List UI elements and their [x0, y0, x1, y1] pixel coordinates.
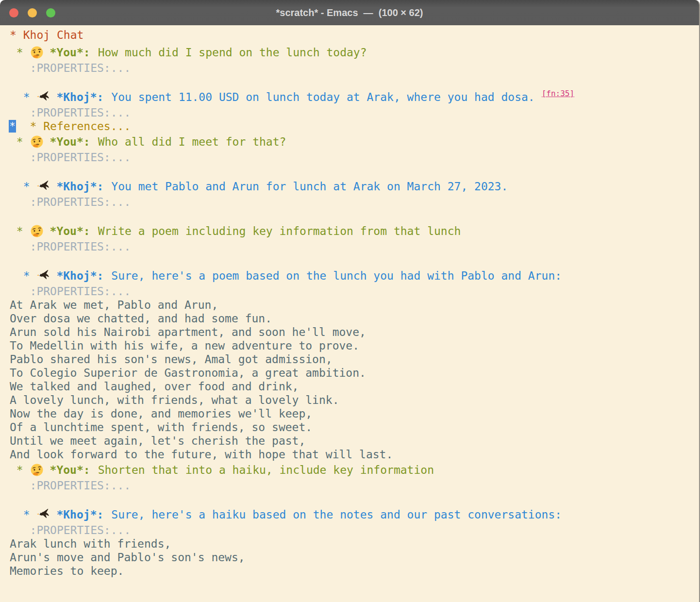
properties-drawer[interactable]: :PROPERTIES:...: [10, 240, 699, 253]
thinking-face-icon: [30, 463, 44, 477]
khoj-label: *Khoj*:: [56, 508, 103, 521]
message-body-line: Arun's move and Pablo's son's news,: [10, 551, 699, 564]
khoj-message-heading[interactable]: * *Khoj*:You met Pablo and Arun for lunc…: [10, 178, 699, 195]
khoj-label: *Khoj*:: [56, 180, 103, 193]
you-label: *You*:: [50, 224, 90, 238]
close-button[interactable]: [9, 8, 18, 17]
properties-drawer[interactable]: :PROPERTIES:...: [10, 479, 699, 492]
footnote-link[interactable]: [fn:35]: [542, 87, 574, 100]
heading-star-icon: *: [10, 508, 36, 521]
emacs-window: *scratch* - Emacs — (100 × 62) * Khoj Ch…: [0, 0, 700, 602]
references-heading[interactable]: * * References...: [10, 119, 699, 133]
khoj-label: *Khoj*:: [56, 269, 103, 283]
properties-text: :PROPERTIES:...: [30, 196, 131, 208]
heading-star-icon: *: [10, 46, 30, 59]
properties-text: :PROPERTIES:...: [30, 106, 131, 119]
message-text: Shorten that into a haiku, include key i…: [98, 463, 434, 477]
blank-line: [10, 253, 699, 267]
message-text: You spent 11.00 USD on lunch today at Ar…: [111, 90, 534, 104]
eagle-icon: [36, 90, 50, 104]
message-text: How much did I spend on the lunch today?: [98, 46, 367, 59]
heading-star-icon: *: [10, 269, 36, 283]
buffer[interactable]: * Khoj Chat * *You*:How much did I spend…: [0, 25, 699, 602]
khoj-message-heading[interactable]: * *Khoj*:Sure, here's a haiku based on t…: [10, 506, 699, 523]
properties-text: :PROPERTIES:...: [30, 240, 131, 253]
message-text: Write a poem including key information f…: [98, 224, 461, 238]
fringe-fold-marker[interactable]: *: [9, 120, 16, 133]
org-title-heading[interactable]: * Khoj Chat: [10, 26, 699, 44]
properties-text: :PROPERTIES:...: [30, 479, 131, 492]
message-body-line: A lovely lunch, with friends, what a lov…: [10, 393, 699, 407]
heading-star-icon: *: [10, 90, 36, 104]
you-message-heading[interactable]: * *You*:Shorten that into a haiku, inclu…: [10, 461, 699, 479]
blank-line: [10, 209, 699, 222]
message-body-line: To Medellin with his wife, a new adventu…: [10, 339, 699, 352]
message-body-line: At Arak we met, Pablo and Arun,: [10, 298, 699, 312]
org-title-text: Khoj Chat: [23, 28, 84, 42]
blank-line: [10, 492, 699, 506]
message-body-line: Until we meet again, let's cherish the p…: [10, 434, 699, 448]
thinking-face-icon: [30, 46, 44, 59]
message-body-line: We talked and laughed, over food and dri…: [10, 380, 699, 393]
khoj-message-heading[interactable]: * *Khoj*:You spent 11.00 USD on lunch to…: [10, 88, 699, 106]
properties-text: :PROPERTIES:...: [30, 524, 131, 536]
message-body-line: Arun sold his Nairobi apartment, and soo…: [10, 325, 699, 339]
zoom-button[interactable]: [46, 8, 55, 17]
message-body-line: Of a lunchtime spent, with friends, so s…: [10, 420, 699, 434]
you-label: *You*:: [50, 46, 90, 59]
message-body-line: Over dosa we chatted, and had some fun.: [10, 312, 699, 325]
heading-star-icon: *: [10, 224, 30, 238]
properties-drawer[interactable]: :PROPERTIES:...: [10, 284, 699, 298]
heading-star-icon: *: [10, 463, 30, 477]
message-text: You met Pablo and Arun for lunch at Arak…: [111, 180, 508, 193]
heading-star-icon: *: [10, 28, 23, 42]
window-controls: [9, 8, 55, 17]
window-titlebar[interactable]: *scratch* - Emacs — (100 × 62): [0, 0, 699, 25]
eagle-icon: [36, 269, 50, 283]
khoj-message-heading[interactable]: * *Khoj*:Sure, here's a poem based on th…: [10, 267, 699, 284]
you-message-heading[interactable]: * *You*:Write a poem including key infor…: [10, 222, 699, 240]
message-body-line: Pablo shared his son's news, Amal got ad…: [10, 352, 699, 366]
properties-drawer[interactable]: :PROPERTIES:...: [10, 106, 699, 119]
heading-star-icon: *: [10, 135, 30, 149]
references-text: * References...: [30, 120, 131, 133]
thinking-face-icon: [30, 135, 44, 149]
message-body-line: Memories to keep.: [10, 564, 699, 578]
khoj-label: *Khoj*:: [56, 90, 103, 104]
message-text: Sure, here's a poem based on the lunch y…: [111, 269, 562, 283]
properties-drawer[interactable]: :PROPERTIES:...: [10, 523, 699, 537]
eagle-icon: [36, 180, 50, 193]
message-body-line: And look forward to the future, with hop…: [10, 448, 699, 461]
properties-drawer[interactable]: :PROPERTIES:...: [10, 195, 699, 209]
you-message-heading[interactable]: * *You*:Who all did I meet for that?: [10, 133, 699, 150]
you-label: *You*:: [50, 135, 90, 149]
you-message-heading[interactable]: * *You*:How much did I spend on the lunc…: [10, 44, 699, 61]
message-text: Sure, here's a haiku based on the notes …: [111, 508, 562, 521]
properties-drawer[interactable]: :PROPERTIES:...: [10, 150, 699, 164]
heading-star-icon: *: [10, 180, 36, 193]
window-title: *scratch* - Emacs — (100 × 62): [0, 7, 699, 18]
properties-text: :PROPERTIES:...: [30, 62, 131, 74]
properties-drawer[interactable]: :PROPERTIES:...: [10, 61, 699, 75]
message-body-line: To Colegio Superior de Gastronomia, a gr…: [10, 366, 699, 380]
properties-text: :PROPERTIES:...: [30, 285, 131, 298]
properties-text: :PROPERTIES:...: [30, 151, 131, 164]
eagle-icon: [36, 508, 50, 521]
message-body-line: Arak lunch with friends,: [10, 537, 699, 551]
blank-line: [10, 164, 699, 178]
message-text: Who all did I meet for that?: [98, 135, 286, 149]
thinking-face-icon: [30, 224, 44, 238]
you-label: *You*:: [50, 463, 90, 477]
blank-line: [10, 75, 699, 88]
message-body-line: Now the day is done, and memories we'll …: [10, 407, 699, 420]
minimize-button[interactable]: [28, 8, 37, 17]
